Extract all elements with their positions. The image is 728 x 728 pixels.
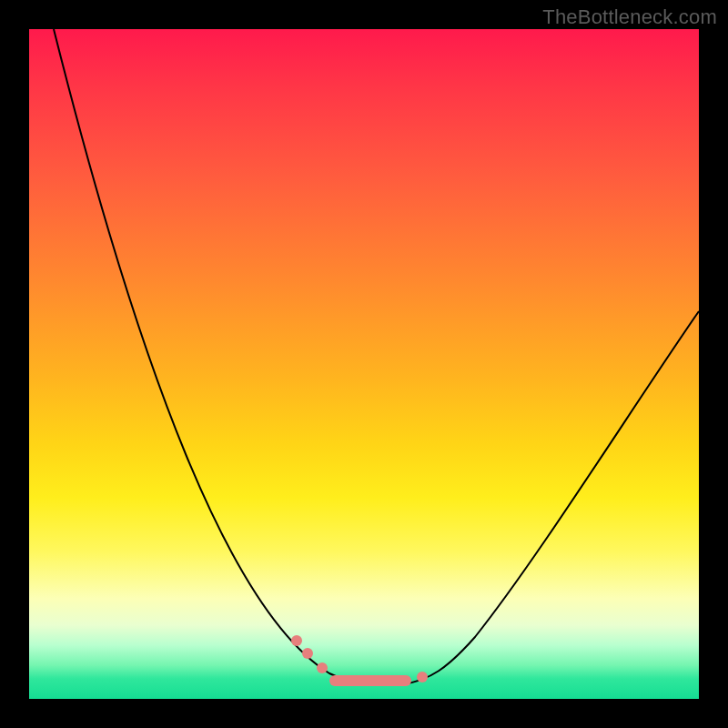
chart-svg [29, 29, 699, 699]
curve-marker [302, 648, 313, 659]
chart-frame: TheBottleneck.com [0, 0, 728, 728]
bottleneck-curve [54, 29, 699, 685]
curve-marker [317, 662, 328, 673]
plot-area [29, 29, 699, 699]
curve-marker-pill [329, 675, 411, 686]
curve-marker [291, 635, 302, 646]
watermark-text: TheBottleneck.com [542, 5, 717, 29]
curve-marker [417, 672, 428, 682]
